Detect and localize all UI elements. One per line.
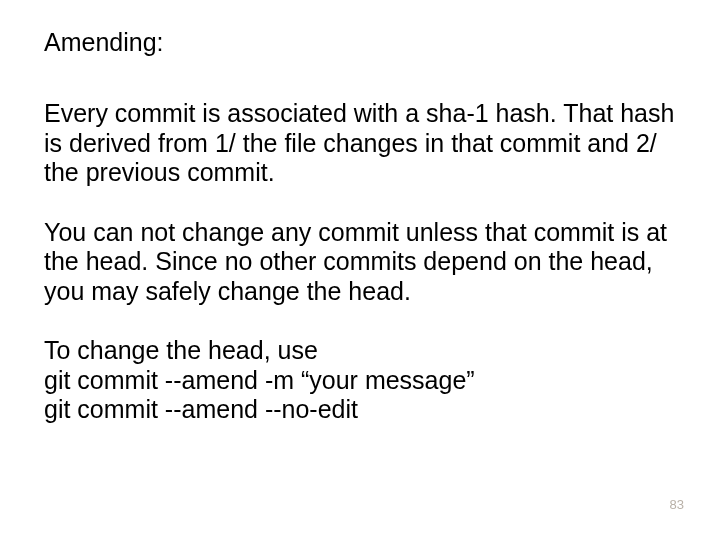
paragraph-2: You can not change any commit unless tha… bbox=[44, 218, 676, 307]
page-number: 83 bbox=[670, 497, 684, 512]
para3-line1: To change the head, use bbox=[44, 336, 676, 366]
paragraph-1: Every commit is associated with a sha-1 … bbox=[44, 99, 676, 188]
para3-line3: git commit --amend --no-edit bbox=[44, 395, 676, 425]
slide: Amending: Every commit is associated wit… bbox=[0, 0, 720, 540]
slide-heading: Amending: bbox=[44, 28, 676, 57]
para3-line2: git commit --amend -m “your message” bbox=[44, 366, 676, 396]
paragraph-3: To change the head, use git commit --ame… bbox=[44, 336, 676, 425]
